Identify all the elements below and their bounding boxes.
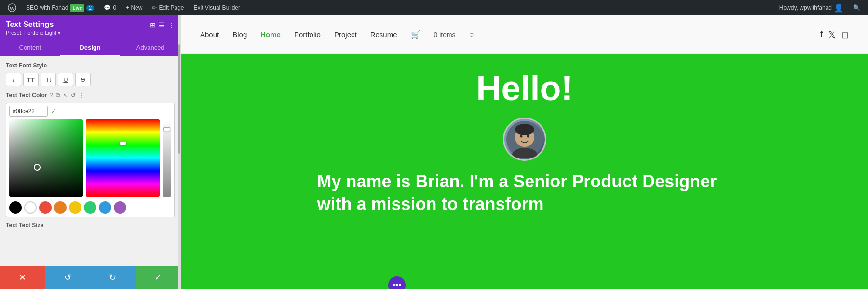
- hero-body-text: My name is Brian. I'm a Senior Product D…: [308, 171, 742, 216]
- opacity-thumb[interactable]: [163, 127, 170, 131]
- swatch-purple[interactable]: [114, 201, 126, 214]
- redo-button[interactable]: ↻: [90, 266, 136, 289]
- panel-header-icons: ⊞ ☰ ⋮: [150, 21, 175, 29]
- panel-preset[interactable]: Preset: Portfolio Light ▾: [6, 30, 61, 36]
- site-name: SEO with Fahad: [26, 4, 68, 11]
- svg-text:W: W: [10, 6, 15, 11]
- edit-page-item[interactable]: ✏ Edit Page: [148, 0, 188, 15]
- color-options-icon[interactable]: ⋮: [79, 92, 84, 99]
- search-bar-item[interactable]: 🔍: [849, 4, 864, 11]
- save-button[interactable]: ✓: [136, 266, 181, 289]
- hue-thumb[interactable]: [120, 141, 126, 145]
- hex-input[interactable]: [9, 106, 48, 117]
- nav-links: About Blog Home Portfolio Project Resume…: [200, 30, 474, 39]
- uppercase-btn[interactable]: TT: [23, 73, 39, 86]
- cancel-button[interactable]: ✕: [0, 266, 45, 289]
- color-label-row: Text Text Color ? ⧉ ↖ ↺ ⋮: [6, 92, 175, 99]
- swatch-white[interactable]: [24, 201, 37, 214]
- panel-scrollbar[interactable]: [178, 15, 180, 289]
- opacity-slider[interactable]: [163, 119, 171, 197]
- cart-count[interactable]: 0 items: [434, 31, 456, 39]
- svg-point-4: [515, 124, 534, 135]
- picker-handle[interactable]: [34, 164, 41, 171]
- svg-point-6: [527, 135, 529, 138]
- facebook-icon[interactable]: f: [820, 29, 823, 40]
- panel-title: Text Settings: [6, 20, 61, 29]
- search-bar-icon: 🔍: [853, 4, 860, 11]
- hero-heading: Hello!: [476, 68, 572, 108]
- instagram-icon[interactable]: ◻: [841, 29, 849, 40]
- panel-header: Text Settings Preset: Portfolio Light ▾ …: [0, 15, 180, 40]
- avatar-image: [504, 119, 545, 159]
- swatch-green[interactable]: [84, 201, 96, 214]
- comments-item[interactable]: 💬 0: [100, 0, 120, 15]
- tab-advanced[interactable]: Advanced: [120, 40, 180, 56]
- exit-builder-label: Exit Visual Builder: [193, 4, 240, 11]
- help-icon[interactable]: ?: [50, 92, 54, 99]
- strikethrough-btn[interactable]: S: [75, 73, 91, 86]
- swatch-orange[interactable]: [54, 201, 67, 214]
- cursor-icon[interactable]: ↖: [63, 92, 68, 99]
- svg-point-5: [520, 135, 522, 138]
- nav-blog[interactable]: Blog: [232, 30, 247, 39]
- new-label: + New: [126, 4, 142, 11]
- hex-confirm-icon[interactable]: ✓: [51, 107, 56, 115]
- twitter-icon[interactable]: 𝕏: [828, 29, 836, 40]
- admin-bar-right: Howdy, wpwithfahad 👤 🔍: [775, 3, 864, 13]
- more-options-button[interactable]: •••: [388, 276, 406, 289]
- nav-project[interactable]: Project: [334, 30, 357, 39]
- exit-builder-item[interactable]: Exit Visual Builder: [190, 0, 244, 15]
- swatch-blue[interactable]: [99, 201, 111, 214]
- nav-about[interactable]: About: [200, 30, 219, 39]
- wp-logo-item[interactable]: W: [4, 0, 20, 15]
- tab-content[interactable]: Content: [0, 40, 60, 56]
- nav-home[interactable]: Home: [260, 30, 281, 39]
- underline-btn[interactable]: U: [58, 73, 73, 86]
- hero-avatar: [503, 118, 546, 161]
- undo-button[interactable]: ↺: [45, 266, 91, 289]
- expand-icon[interactable]: ⊞: [150, 21, 156, 29]
- capitalize-btn[interactable]: Tt: [41, 73, 56, 86]
- columns-icon[interactable]: ☰: [159, 21, 165, 29]
- edit-page-label: Edit Page: [159, 4, 184, 11]
- search-nav-icon[interactable]: ○: [469, 30, 474, 39]
- color-label: Text Text Color: [6, 92, 47, 99]
- panel-content: Text Font Style I TT Tt U S Text Text Co…: [0, 56, 180, 266]
- nav-resume[interactable]: Resume: [370, 30, 397, 39]
- text-size-label: Text Text Size: [6, 222, 175, 229]
- reset-color-icon[interactable]: ↺: [71, 92, 76, 99]
- panel-tabs: Content Design Advanced: [0, 40, 180, 56]
- more-options-icon[interactable]: ⋮: [168, 21, 175, 29]
- copy-icon[interactable]: ⧉: [56, 92, 60, 99]
- pencil-icon: ✏: [152, 4, 157, 11]
- tab-design[interactable]: Design: [60, 40, 121, 56]
- content-area: About Blog Home Portfolio Project Resume…: [181, 15, 868, 289]
- panel-scrollbar-thumb[interactable]: [178, 44, 180, 154]
- swatch-black[interactable]: [9, 201, 22, 214]
- panel-title-group: Text Settings Preset: Portfolio Light ▾: [6, 20, 61, 36]
- wp-logo-icon: W: [8, 3, 16, 12]
- font-style-row: I TT Tt U S: [6, 73, 175, 86]
- user-avatar-icon: 👤: [834, 3, 843, 13]
- admin-bar: W SEO with Fahad Live 2 💬 0 + New ✏ Edit…: [0, 0, 868, 15]
- live-badge: Live: [70, 4, 84, 12]
- howdy-text: Howdy, wpwithfahad: [779, 4, 832, 11]
- cart-icon[interactable]: 🛒: [411, 30, 420, 39]
- howdy-item[interactable]: Howdy, wpwithfahad 👤: [775, 3, 847, 13]
- color-gradient-area[interactable]: [9, 119, 83, 197]
- italic-btn[interactable]: I: [6, 73, 21, 86]
- color-swatches: [9, 201, 171, 214]
- comment-icon: 💬: [104, 4, 111, 11]
- hue-slider[interactable]: [86, 119, 160, 197]
- site-name-item[interactable]: SEO with Fahad Live 2: [22, 0, 98, 15]
- main-layout: Text Settings Preset: Portfolio Light ▾ …: [0, 15, 868, 289]
- comment-count: 0: [113, 4, 116, 11]
- hero-section: Hello!: [181, 54, 868, 289]
- swatch-red[interactable]: [39, 201, 52, 214]
- nav-portfolio[interactable]: Portfolio: [294, 30, 321, 39]
- swatch-yellow[interactable]: [69, 201, 81, 214]
- hex-row: ✓: [9, 106, 171, 117]
- font-style-label: Text Font Style: [6, 62, 175, 69]
- new-item[interactable]: + New: [122, 0, 146, 15]
- panel-bottom-bar: ✕ ↺ ↻ ✓: [0, 266, 180, 289]
